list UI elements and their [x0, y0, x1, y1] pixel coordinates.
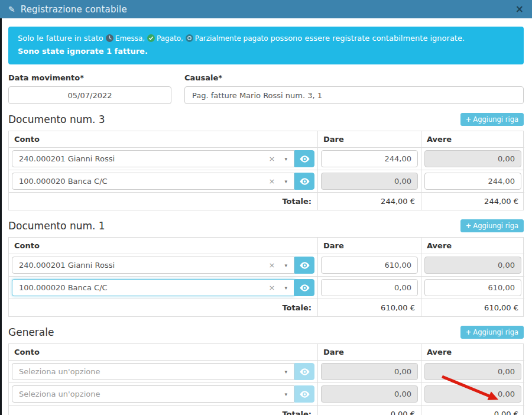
dare-input: [321, 173, 418, 190]
section-doc1-title: Documento num. 1: [8, 220, 105, 232]
chevron-down-icon: ▾: [284, 391, 287, 397]
clear-icon[interactable]: ×: [269, 261, 275, 270]
info-alert: Solo le fatture in stato Emessa, Pagato,…: [8, 27, 524, 64]
totale-dare: 610,00 €: [317, 299, 421, 316]
totale-avere: 0,00 €: [421, 405, 524, 415]
data-movimento-field: Data movimento*: [8, 73, 171, 104]
chevron-down-icon: ▾: [284, 262, 287, 268]
col-header-dare: Dare: [317, 344, 421, 360]
view-account-button[interactable]: [294, 173, 314, 190]
chevron-down-icon: ▾: [284, 179, 287, 184]
add-row-button-generale[interactable]: +Aggiungi riga: [460, 326, 524, 339]
eye-icon: [300, 262, 310, 269]
conto-group: Seleziona un'opzione ▾: [12, 385, 314, 403]
status-emessa-label: Emessa,: [115, 34, 145, 43]
plus-icon: +: [466, 115, 472, 124]
col-header-dare: Dare: [317, 238, 421, 254]
status-parzialmente-pagato: Parzialmente pagato: [186, 34, 271, 43]
view-account-button-disabled: [294, 363, 314, 380]
dare-input: [321, 363, 418, 380]
conto-select-value: 100.000020 Banca C/C: [19, 177, 269, 186]
table-header-row: Conto Dare Avere: [9, 131, 523, 147]
avere-input: [424, 363, 521, 380]
totale-label: Totale:: [9, 405, 317, 415]
section-generale-header: Generale +Aggiungi riga: [8, 326, 524, 339]
col-header-dare: Dare: [317, 131, 421, 147]
clock-circle-icon: [106, 34, 113, 42]
close-icon[interactable]: ×: [515, 4, 524, 14]
status-emessa: Emessa,: [106, 34, 147, 43]
col-header-avere: Avere: [421, 344, 524, 360]
data-movimento-input[interactable]: [8, 86, 171, 104]
totale-row: Totale: 610,00 € 610,00 €: [9, 299, 523, 316]
avere-input[interactable]: [424, 173, 521, 190]
conto-select-focused[interactable]: 100.000020 Banca C/C × ▾: [12, 279, 294, 296]
table-row: Seleziona un'opzione ▾: [9, 360, 523, 382]
view-account-button[interactable]: [294, 257, 314, 274]
add-row-button-doc1[interactable]: +Aggiungi riga: [460, 219, 524, 232]
dare-input[interactable]: [321, 279, 418, 296]
add-row-label: Aggiungi riga: [473, 222, 518, 230]
section-doc3-title: Documento num. 3: [8, 114, 105, 125]
table-header-row: Conto Dare Avere: [9, 238, 523, 254]
col-header-conto: Conto: [9, 238, 317, 254]
conto-group: 100.000020 Banca C/C × ▾: [12, 173, 314, 190]
eye-icon: [300, 391, 310, 398]
table-row: 240.000201 Gianni Rossi × ▾: [9, 254, 523, 276]
chevron-down-icon: ▾: [284, 285, 287, 291]
view-account-button[interactable]: [294, 150, 314, 167]
chevron-down-icon: ▾: [284, 369, 287, 375]
status-pagato: Pagato,: [147, 34, 186, 43]
conto-group: 240.000201 Gianni Rossi × ▾: [12, 257, 314, 274]
conto-select[interactable]: 240.000201 Gianni Rossi × ▾: [12, 150, 294, 167]
top-form-row: Data movimento* Causale*: [8, 73, 524, 104]
avere-input[interactable]: [424, 279, 521, 296]
modal-header: ✎ Registrazione contabile ×: [0, 0, 532, 18]
totale-avere: 610,00 €: [421, 299, 524, 316]
view-account-button-disabled: [294, 385, 314, 403]
causale-field: Causale*: [184, 73, 524, 104]
eye-icon: [300, 368, 310, 375]
table-doc3: Conto Dare Avere 240.000201 Gianni Rossi…: [8, 131, 524, 210]
totale-dare: 0,00 €: [317, 405, 421, 415]
conto-select-value: 100.000020 Banca C/C: [19, 283, 269, 292]
conto-select[interactable]: 240.000201 Gianni Rossi × ▾: [12, 257, 294, 274]
dare-input[interactable]: [321, 257, 418, 274]
check-circle-icon: [147, 34, 155, 42]
causale-input[interactable]: [184, 86, 524, 104]
clear-icon[interactable]: ×: [269, 283, 275, 292]
eye-icon: [300, 178, 310, 185]
table-doc1: Conto Dare Avere 240.000201 Gianni Rossi…: [8, 237, 524, 317]
conto-group: Seleziona un'opzione ▾: [12, 363, 314, 380]
alert-suffix: possono essere registrate contabilmente …: [270, 34, 465, 43]
table-generale: Conto Dare Avere Seleziona un'opzione ▾: [8, 343, 524, 415]
dare-input[interactable]: [321, 150, 418, 167]
partial-circle-icon: [186, 34, 193, 42]
plus-icon: +: [466, 328, 472, 336]
clear-icon[interactable]: ×: [269, 177, 275, 186]
status-parzialmente-label: Parzialmente pagato: [195, 34, 268, 43]
data-movimento-label: Data movimento*: [8, 73, 171, 82]
conto-select-value: 240.000201 Gianni Rossi: [19, 261, 269, 270]
totale-avere: 244,00 €: [421, 192, 524, 210]
totale-row: Totale: 244,00 € 244,00 €: [9, 192, 523, 210]
view-account-button[interactable]: [294, 279, 314, 296]
section-doc3-header: Documento num. 3 +Aggiungi riga: [8, 113, 524, 126]
table-row: 100.000020 Banca C/C × ▾: [9, 276, 523, 299]
clear-icon[interactable]: ×: [269, 154, 275, 163]
table-row: Seleziona un'opzione ▾: [9, 382, 523, 405]
col-header-avere: Avere: [421, 238, 524, 254]
col-header-avere: Avere: [421, 131, 524, 147]
conto-select-empty[interactable]: Seleziona un'opzione ▾: [12, 363, 294, 380]
add-row-label: Aggiungi riga: [473, 328, 518, 336]
add-row-button-doc3[interactable]: +Aggiungi riga: [460, 113, 524, 126]
causale-label: Causale*: [184, 73, 524, 82]
conto-select[interactable]: 100.000020 Banca C/C × ▾: [12, 173, 294, 190]
table-row: 100.000020 Banca C/C × ▾: [9, 170, 523, 192]
conto-select-empty[interactable]: Seleziona un'opzione ▾: [12, 385, 294, 403]
totale-label: Totale:: [9, 192, 317, 210]
totale-row: Totale: 0,00 € 0,00 €: [9, 405, 523, 415]
section-generale-title: Generale: [8, 326, 54, 338]
conto-select-placeholder: Seleziona un'opzione: [19, 390, 284, 398]
plus-icon: +: [466, 222, 472, 230]
